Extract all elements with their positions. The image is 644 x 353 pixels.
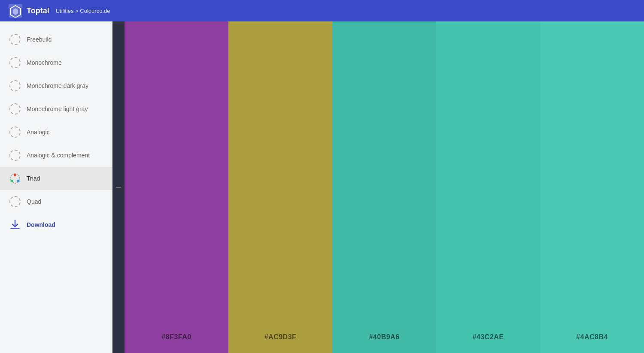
sidebar-item-analogic[interactable]: Analogic [0,121,112,144]
swatch-label-2: #AC9D3F [264,333,297,341]
sidebar: Freebuild Monochrome Monochrome dark gra… [0,21,112,353]
swatch-5[interactable]: #4AC8B4 [540,21,644,353]
monochrome-icon [9,57,21,68]
sidebar-item-quad[interactable]: Quad [0,190,112,213]
swatch-label-1: #8F3FA0 [161,333,191,341]
sidebar-item-freebuild[interactable]: Freebuild [0,28,112,51]
collapse-handle[interactable] [116,187,121,188]
monochrome-light-gray-icon [9,103,21,115]
swatches-area: Color Palette Generator Browse and disco… [125,21,644,353]
sidebar-item-triad[interactable]: Triad [0,167,112,190]
svg-point-4 [14,174,16,176]
sidebar-item-monochrome-light-gray[interactable]: Monochrome light gray [0,97,112,121]
swatch-label-4: #43C2AE [473,333,504,341]
logo-text: Toptal [27,6,49,15]
triad-icon [9,173,21,184]
sidebar-item-analogic-complement[interactable]: Analogic & complement [0,144,112,167]
dark-panel [112,21,125,353]
toptal-logo-icon [9,4,22,18]
freebuild-icon [9,34,21,45]
sidebar-label-analogic: Analogic [27,129,50,136]
sidebar-label-freebuild: Freebuild [27,36,52,43]
swatch-3[interactable]: #40B9A6 [332,21,436,353]
sidebar-item-monochrome-dark-gray[interactable]: Monochrome dark gray [0,74,112,97]
swatches-container: #8F3FA0 #AC9D3F #40B9A6 #43C2AE #4AC8B4 [125,21,644,353]
sidebar-label-analogic-complement: Analogic & complement [27,152,90,159]
sidebar-label-monochrome: Monochrome [27,59,62,66]
main-layout: Freebuild Monochrome Monochrome dark gra… [0,21,644,353]
sidebar-label-monochrome-light-gray: Monochrome light gray [27,106,88,112]
sidebar-label-triad: Triad [27,175,40,182]
swatch-label-3: #40B9A6 [369,333,399,341]
swatch-4[interactable]: #43C2AE [436,21,540,353]
download-icon [9,219,21,230]
analogic-complement-icon [9,150,21,161]
swatch-label-5: #4AC8B4 [576,333,608,341]
analogic-icon [9,127,21,138]
svg-point-6 [17,180,20,182]
sidebar-label-monochrome-dark-gray: Monochrome dark gray [27,82,88,89]
sidebar-item-monochrome[interactable]: Monochrome [0,51,112,74]
sidebar-label-quad: Quad [27,198,41,205]
svg-point-5 [11,180,13,182]
header: Toptal Utilities > Colourco.de [0,0,644,21]
download-label: Download [27,221,55,228]
breadcrumb: Utilities > Colourco.de [56,8,110,14]
swatch-1[interactable]: #8F3FA0 [125,21,228,353]
monochrome-dark-gray-icon [9,80,21,91]
swatch-2[interactable]: #AC9D3F [228,21,332,353]
quad-icon [9,196,21,207]
logo[interactable]: Toptal [9,4,49,18]
sidebar-item-download[interactable]: Download [0,213,112,236]
